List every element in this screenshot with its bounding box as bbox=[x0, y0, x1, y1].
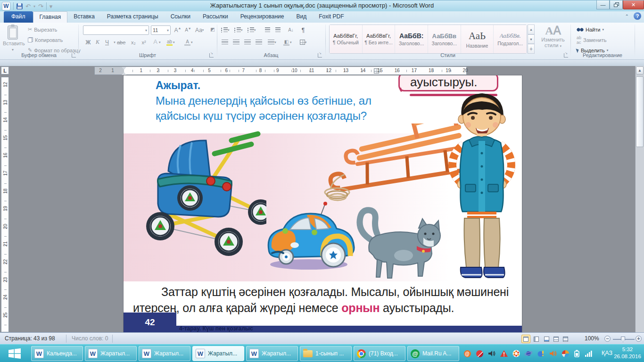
tab-page-layout[interactable]: Разметка страницы bbox=[101, 11, 165, 23]
highlight-button[interactable]: ab▾ bbox=[166, 38, 175, 47]
avast-ball-icon[interactable] bbox=[561, 350, 569, 357]
signal-bars-icon[interactable] bbox=[585, 350, 593, 357]
style-title[interactable]: АаЬНазвание bbox=[461, 25, 494, 53]
subscript-button[interactable]: х₂ bbox=[129, 38, 138, 47]
style-heading1[interactable]: АаБбВ:Заголово... bbox=[395, 25, 428, 53]
strikethrough-button[interactable]: abe bbox=[117, 38, 125, 47]
paragraph-dialog-launcher[interactable] bbox=[318, 53, 322, 58]
start-button[interactable] bbox=[0, 345, 29, 362]
style-heading2[interactable]: АаБбВвЗаголово... bbox=[428, 25, 461, 53]
superscript-button[interactable]: х² bbox=[140, 38, 148, 47]
orange-volume-icon[interactable] bbox=[549, 350, 557, 357]
taskbar-word-doc-3[interactable]: WЖаратыл... bbox=[139, 346, 190, 361]
zoom-slider-thumb[interactable] bbox=[621, 337, 625, 342]
shrink-font-button[interactable]: А▼ bbox=[184, 25, 192, 34]
tab-view[interactable]: Вид bbox=[290, 11, 313, 23]
zoom-level[interactable]: 100% bbox=[585, 335, 599, 342]
volume-icon[interactable] bbox=[488, 350, 495, 357]
align-center-button[interactable] bbox=[232, 38, 240, 47]
help-icon[interactable]: ? bbox=[634, 12, 641, 20]
mailru-agent-icon[interactable]: @ bbox=[463, 350, 471, 357]
tab-review[interactable]: Рецензирование bbox=[234, 11, 290, 23]
italic-button[interactable]: К bbox=[93, 38, 102, 47]
scrollbar-thumb[interactable] bbox=[636, 76, 644, 147]
numbering-button[interactable]: ▾ bbox=[234, 25, 243, 34]
draft-view-icon[interactable] bbox=[561, 335, 570, 343]
updater-icon[interactable] bbox=[537, 350, 545, 357]
style-no-spacing[interactable]: АаБбВвГг,¶ Без инте... bbox=[363, 25, 396, 53]
justify-button[interactable] bbox=[255, 38, 263, 47]
red-app-icon[interactable] bbox=[476, 350, 483, 357]
align-right-button[interactable] bbox=[243, 38, 252, 47]
web-layout-view-icon[interactable] bbox=[542, 335, 551, 343]
planet-app-icon[interactable] bbox=[525, 350, 532, 357]
sort-button[interactable]: А↓ bbox=[287, 25, 295, 34]
shading-button[interactable]: ◧▾ bbox=[283, 38, 292, 47]
line-spacing-button[interactable]: ▾ bbox=[268, 38, 276, 47]
indent-markers[interactable] bbox=[122, 67, 126, 74]
clipboard-dialog-launcher[interactable] bbox=[72, 53, 76, 58]
taskbar-mailru[interactable]: @Mail.Ru A... bbox=[407, 346, 459, 361]
font-size-combo[interactable]: 11▾ bbox=[151, 25, 171, 35]
style-subtitle[interactable]: АаБбВв.Подзагол... bbox=[494, 25, 527, 53]
increase-indent-button[interactable] bbox=[273, 25, 282, 34]
zoom-out-icon[interactable]: – bbox=[604, 336, 611, 342]
tab-file[interactable]: Файл bbox=[4, 11, 33, 23]
document-page[interactable]: ауыстыруы. Ажырат. Мына денелердің қайсы… bbox=[124, 75, 522, 332]
print-layout-view-icon[interactable] bbox=[521, 335, 530, 343]
multilevel-list-button[interactable]: ▾ bbox=[247, 25, 256, 34]
bullets-button[interactable]: ▾ bbox=[221, 25, 230, 34]
language-indicator[interactable]: ҚАЗ bbox=[602, 350, 612, 356]
change-styles-button[interactable]: А𝖠 Изменитьстили ▾ bbox=[538, 25, 568, 56]
font-color-button[interactable]: А▾ bbox=[184, 38, 193, 47]
clear-formatting-button[interactable]: ◩ bbox=[208, 25, 217, 34]
find-button[interactable]: Найти▾ bbox=[575, 25, 605, 34]
tab-stop-selector[interactable]: L bbox=[1, 66, 9, 74]
taskbar-word-doc-5[interactable]: WЖаратыл... bbox=[246, 346, 298, 361]
close-button[interactable]: ✕ bbox=[623, 0, 644, 9]
change-case-button[interactable]: Аа▾ bbox=[195, 25, 204, 34]
word-count[interactable]: Число слов: 0 bbox=[72, 335, 108, 342]
flower-app-icon[interactable] bbox=[512, 350, 520, 357]
tab-foxit[interactable]: Foxit PDF bbox=[313, 11, 350, 23]
taskbar-word-doc-2[interactable]: WЖаратыл... bbox=[85, 346, 137, 361]
font-name-combo[interactable]: ▾ bbox=[83, 25, 149, 35]
tab-insert[interactable]: Вставка bbox=[67, 11, 101, 23]
vertical-scrollbar[interactable]: ▲ bbox=[635, 66, 644, 332]
taskbar-chrome[interactable]: (71) Вход... bbox=[354, 346, 405, 361]
tab-references[interactable]: Ссылки bbox=[165, 11, 197, 23]
taskbar-folder[interactable]: 1-сынып ... bbox=[300, 346, 352, 361]
taskbar-word-doc-1[interactable]: WКальенда... bbox=[31, 346, 83, 361]
minimize-button[interactable]: — bbox=[596, 0, 610, 9]
style-normal[interactable]: АаБбВвГг,¶ Обычный bbox=[330, 25, 363, 53]
reading-view-icon[interactable] bbox=[532, 335, 541, 343]
taskbar-word-doc-4-active[interactable]: WЖаратыл... bbox=[192, 346, 244, 361]
decrease-indent-button[interactable] bbox=[263, 25, 272, 34]
copy-button[interactable]: Копировать bbox=[26, 35, 64, 44]
collapse-ribbon-icon[interactable]: ⌃ bbox=[625, 14, 629, 19]
grow-font-button[interactable]: А▲ bbox=[173, 25, 182, 34]
tab-home[interactable]: Главная bbox=[33, 11, 68, 23]
warning-icon[interactable] bbox=[500, 350, 508, 357]
styles-dialog-launcher[interactable] bbox=[564, 53, 568, 58]
borders-button[interactable]: ▾ bbox=[299, 38, 307, 47]
cut-button[interactable]: ✂Вырезать bbox=[26, 25, 58, 34]
styles-scroll[interactable]: ▲▼╪ bbox=[528, 25, 535, 54]
outline-view-icon[interactable] bbox=[552, 335, 561, 343]
scroll-up-icon[interactable]: ▲ bbox=[636, 66, 644, 74]
ribbon-bottom-strip bbox=[0, 60, 644, 66]
restore-button[interactable] bbox=[610, 0, 623, 9]
page-count[interactable]: Страница: 43 из 98 bbox=[5, 335, 55, 342]
binoculars-icon bbox=[577, 27, 584, 32]
bold-button[interactable]: Ж bbox=[84, 38, 92, 47]
font-dialog-launcher[interactable] bbox=[209, 53, 214, 58]
taskbar-clock[interactable]: 5:32 26.08.2016 bbox=[613, 346, 642, 360]
tab-mailings[interactable]: Рассылки bbox=[197, 11, 234, 23]
battery-icon[interactable] bbox=[573, 350, 580, 357]
paste-button[interactable]: Вставить▾ bbox=[3, 25, 23, 57]
text-effects-button[interactable]: А▾ bbox=[152, 38, 161, 47]
replace-button[interactable]: abасЗаменить bbox=[575, 35, 608, 44]
align-left-button[interactable] bbox=[221, 38, 229, 47]
zoom-in-icon[interactable]: + bbox=[636, 336, 642, 342]
show-marks-button[interactable]: ¶ bbox=[299, 25, 307, 34]
